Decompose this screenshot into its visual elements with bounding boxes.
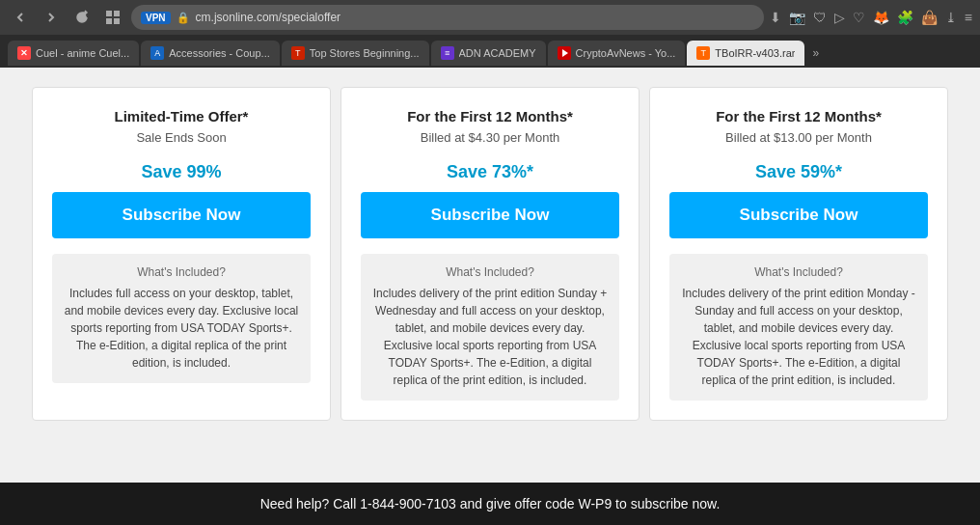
page-footer: Need help? Call 1-844-900-7103 and give …: [0, 483, 980, 525]
tab-1[interactable]: A Accessories - Coup...: [141, 41, 280, 66]
svg-rect-1: [114, 11, 120, 16]
card-2-savings: Save 59%*: [669, 162, 928, 182]
send-icon[interactable]: ▷: [834, 10, 845, 25]
tab-4[interactable]: CryptoAvNews - Yo...: [548, 41, 686, 66]
card-2-whats-included-text: Includes delivery of the print edition M…: [681, 285, 916, 389]
browser-nav: VPN 🔒 cm.jsonline.com/specialoffer ⬇ 📷 🛡…: [0, 0, 980, 35]
card-0-whats-included-label: What's Included?: [64, 265, 299, 279]
tab-0[interactable]: ✕ Cuel - anime Cuel...: [8, 41, 139, 66]
subscribe-button-1[interactable]: Subscribe Now: [361, 192, 619, 238]
card-1-whats-included: What's Included? Includes delivery of th…: [361, 254, 619, 401]
heart-icon[interactable]: ♡: [853, 10, 865, 25]
more-tabs-button[interactable]: »: [806, 44, 825, 62]
svg-rect-3: [114, 18, 120, 24]
tab-3[interactable]: ≡ ADN ACADEMY: [431, 41, 546, 66]
footer-text: Need help? Call 1-844-900-7103 and give …: [260, 496, 721, 511]
lock-icon: 🔒: [177, 12, 190, 24]
camera-icon[interactable]: 📷: [789, 10, 805, 25]
page-content: Limited-Time Offer* Sale Ends Soon Save …: [0, 68, 980, 483]
card-0-offer-label: Limited-Time Offer*: [52, 107, 311, 126]
pricing-cards: Limited-Time Offer* Sale Ends Soon Save …: [29, 87, 951, 421]
card-2-whats-included-label: What's Included?: [681, 265, 916, 279]
download2-icon[interactable]: ⤓: [945, 10, 957, 25]
menu-icon[interactable]: ≡: [965, 10, 972, 25]
pricing-card-1: For the First 12 Months* Billed at $4.30…: [340, 87, 640, 421]
puzzle-icon[interactable]: 🧩: [897, 10, 913, 25]
card-0-savings: Save 99%: [52, 162, 311, 182]
address-bar[interactable]: VPN 🔒 cm.jsonline.com/specialoffer: [131, 5, 764, 30]
bag-icon[interactable]: 👜: [921, 10, 938, 25]
tab-grid-button[interactable]: [100, 8, 125, 27]
svg-rect-2: [106, 18, 112, 24]
card-1-whats-included-label: What's Included?: [372, 265, 608, 279]
card-0-offer-sublabel: Sale Ends Soon: [52, 130, 311, 145]
subscribe-button-2[interactable]: Subscribe Now: [669, 192, 928, 238]
card-1-header: For the First 12 Months* Billed at $4.30…: [361, 107, 619, 145]
card-0-header: Limited-Time Offer* Sale Ends Soon: [52, 107, 311, 145]
extension-icon[interactable]: 🦊: [873, 10, 889, 25]
card-1-whats-included-text: Includes delivery of the print edition S…: [372, 285, 608, 389]
browser-chrome: VPN 🔒 cm.jsonline.com/specialoffer ⬇ 📷 🛡…: [0, 0, 980, 68]
card-2-header: For the First 12 Months* Billed at $13.0…: [669, 107, 928, 145]
shield-icon[interactable]: 🛡: [813, 10, 827, 25]
pricing-card-2: For the First 12 Months* Billed at $13.0…: [649, 87, 948, 421]
card-2-whats-included: What's Included? Includes delivery of th…: [669, 254, 928, 401]
forward-button[interactable]: [39, 8, 64, 27]
card-1-offer-label: For the First 12 Months*: [361, 107, 619, 126]
svg-marker-4: [562, 49, 568, 57]
card-2-offer-sublabel: Billed at $13.00 per Month: [669, 130, 928, 145]
pricing-card-0: Limited-Time Offer* Sale Ends Soon Save …: [32, 87, 331, 421]
downloads-icon[interactable]: ⬇: [770, 10, 781, 25]
svg-rect-0: [106, 11, 112, 16]
card-0-whats-included-text: Includes full access on your desktop, ta…: [64, 285, 299, 372]
url-text: cm.jsonline.com/specialoffer: [196, 11, 754, 24]
card-0-whats-included: What's Included? Includes full access on…: [52, 254, 311, 383]
browser-toolbar-icons: ⬇ 📷 🛡 ▷ ♡ 🦊 🧩 👜 ⤓ ≡: [770, 10, 972, 25]
card-1-savings: Save 73%*: [361, 162, 619, 182]
card-2-offer-label: For the First 12 Months*: [669, 107, 928, 126]
reload-button[interactable]: [69, 8, 95, 27]
vpn-badge: VPN: [141, 12, 171, 24]
tab-5[interactable]: T TBoIRR-v403.rar: [687, 41, 804, 66]
tab-2[interactable]: T Top Stores Beginning...: [282, 41, 429, 66]
subscribe-button-0[interactable]: Subscribe Now: [52, 192, 311, 238]
tabs-bar: ✕ Cuel - anime Cuel... A Accessories - C…: [0, 35, 980, 68]
back-button[interactable]: [8, 8, 33, 27]
card-1-offer-sublabel: Billed at $4.30 per Month: [361, 130, 619, 145]
